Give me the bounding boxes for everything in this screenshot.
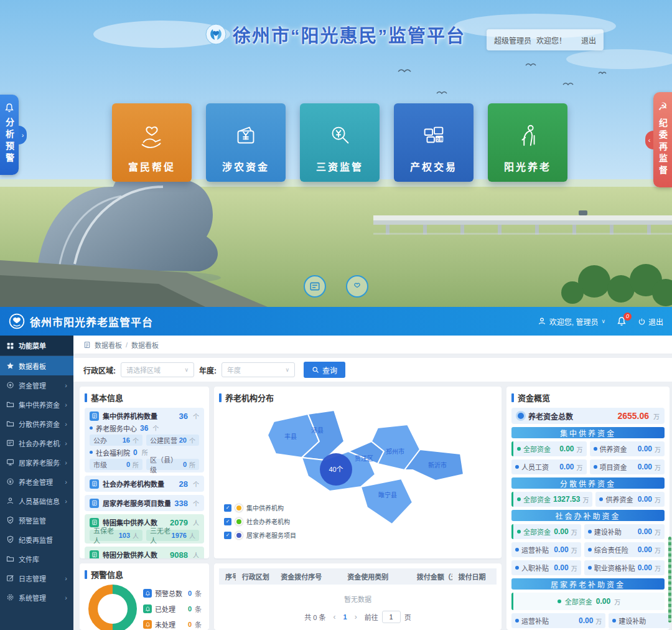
region-label: 睢宁县 [378, 491, 397, 499]
goto-page-input[interactable] [382, 611, 401, 623]
analysis-warning-tab[interactable]: 分析预警 › [0, 95, 19, 175]
portal-hero: 徐州市“阳光惠民”监管平台 超级管理员 欢迎您！ 退出 分析预警 › ☭ 纪委再… [0, 0, 672, 307]
bell-icon [143, 604, 152, 613]
tile-chanquan-jiaoyi[interactable]: 交易 产权交易 [394, 103, 474, 182]
care-heart-fab-button[interactable] [346, 275, 368, 298]
search-yuan-icon [325, 121, 354, 150]
checkbox-checked[interactable]: ✓ [224, 518, 231, 525]
tile-label: 富民帮促 [128, 159, 175, 174]
logout-button[interactable]: 退出 [638, 316, 663, 327]
submenu-arrow-icon: › [65, 478, 67, 486]
legend-home-care[interactable]: ✓ 居家养老服务项目 [224, 530, 296, 540]
current-page-button[interactable]: 1 [343, 613, 347, 621]
id-card-fab-button[interactable] [304, 275, 326, 298]
table-empty-text: 暂无数据 [219, 585, 497, 611]
breadcrumb-separator: / [126, 341, 128, 349]
elder-person-icon [513, 121, 542, 150]
sidebar-item-centralized-fund[interactable]: 集中供养资金 › [0, 395, 73, 414]
region-label: 丰县 [284, 433, 297, 440]
region-label: 新沂市 [428, 461, 447, 469]
sidebar-item-label: 人员基础信息 [19, 496, 60, 506]
checkbox-checked[interactable]: ✓ [224, 504, 231, 512]
sidebar-item-decentralized-fund[interactable]: 分散供养资金 › [0, 414, 73, 433]
user-menu[interactable]: 欢迎您, 管理员 ∨ [538, 316, 605, 327]
sidebar-item-discipline-resupervision[interactable]: 纪委再监督 [0, 530, 73, 549]
sidebar-item-warning-supervision[interactable]: 预警监管 [0, 510, 73, 530]
bell-icon [4, 103, 14, 113]
discipline-supervision-tab[interactable]: ☭ 纪委再监督 ‹ [653, 92, 672, 187]
goto-unit-label: 页 [404, 612, 411, 622]
fund-item: 供养资金0.00万 [590, 441, 665, 456]
fund-overview-panel: 资金概览 养老资金总数 2655.06 万 集中供养资金 全部资金0.00万 供… [506, 387, 670, 630]
portal-title: 徐州市“阳光惠民”监管平台 [233, 21, 465, 47]
fund-total-row: 养老资金总数 2655.06 万 [511, 408, 665, 424]
scrollbar-thumb[interactable] [668, 537, 671, 623]
chevron-down-icon: ∨ [184, 367, 189, 373]
warning-info-panel: 预警信息 预警总数 0 条 [80, 563, 209, 630]
region-label: 邳州市 [386, 448, 404, 455]
year-select[interactable]: 年度 ∨ [222, 362, 295, 377]
sidebar-item-home-care-projects[interactable]: 居家养老服务项目 › [0, 453, 73, 472]
panel-title: 预警信息 [85, 568, 204, 580]
sidebar-item-fund-mgmt[interactable]: 资金管理 › [0, 375, 73, 395]
table-header-row: 序号 行政区划 资金拨付序号 资金使用类别 拨付金额（元） 拨付日期 [219, 568, 497, 585]
doc-icon [90, 550, 99, 559]
sidebar-item-file-library[interactable]: 文件库 [0, 549, 73, 568]
legend-social[interactable]: ✓ 社会办养老机构 [224, 517, 296, 526]
sidebar-item-system-mgmt[interactable]: 系统管理 › [0, 588, 73, 607]
welcome-text: 欢迎您, 管理员 [549, 316, 599, 327]
edit-icon [6, 574, 14, 582]
sidebar-item-data-board[interactable]: 数据看板 [0, 356, 73, 375]
query-button[interactable]: 查询 [304, 362, 345, 378]
sidebar: 功能菜单 数据看板 资金管理 › 集中供养资金 › [0, 336, 73, 630]
heart-hand-icon [138, 121, 166, 150]
sidebar-item-pension-mgmt[interactable]: 养老金管理 › [0, 472, 73, 491]
dashboard-header: 徐州市阳光养老监管平台 欢迎您, 管理员 ∨ 0 退出 [0, 307, 672, 336]
sidebar-item-personnel-info[interactable]: 人员基础信息 › [0, 491, 73, 510]
prev-page-button[interactable]: ‹ [334, 613, 336, 621]
notification-bell-button[interactable]: 0 [617, 316, 627, 326]
col-header: 资金拨付序号 [274, 571, 341, 581]
dashboard-content: 基本信息 集中供养机构数量 36 个 养老服务中心36个 [73, 382, 672, 630]
warning-done-row: 已处理 0 条 [143, 604, 202, 614]
discipline-supervision-label: 纪委再监督 [656, 118, 669, 177]
region-select[interactable]: 请选择区域 ∨ [121, 362, 194, 377]
goto-label: 前往 [365, 612, 378, 622]
doc-icon [90, 499, 99, 508]
main-area: 数据看板 / 数据看板 行政区域: 请选择区域 ∨ 年度: 年度 ∨ [73, 336, 672, 630]
tile-fumin-bangcu[interactable]: 富民帮促 [112, 103, 192, 182]
menu-header-label: 功能菜单 [19, 341, 46, 350]
monitor-icon [6, 458, 14, 466]
legend-centralized[interactable]: ✓ 集中供养机构 [224, 503, 296, 512]
sidebar-item-label: 数据看板 [19, 361, 67, 371]
board-icon [6, 439, 14, 447]
sidebar-item-social-institutions[interactable]: 社会办养老机构 › [0, 433, 73, 453]
next-page-button[interactable]: › [355, 613, 357, 621]
stat-cell: 公建民营20个 [146, 435, 199, 446]
bell-icon [143, 589, 152, 598]
breadcrumb-current: 数据看板 [131, 340, 159, 350]
fund-item: 全部资金0.00万 [511, 441, 587, 456]
id-card-icon [309, 281, 320, 292]
social-institutions-card: 社会办养老机构数量 28 个 [85, 476, 204, 492]
panel-title: 资金概览 [511, 392, 665, 403]
sidebar-item-log-mgmt[interactable]: 日志管理 › [0, 568, 73, 588]
doc-icon [90, 411, 99, 421]
fund-item: 全部资金1327.53万 [511, 492, 592, 507]
sidebar-item-label: 纪委再监督 [19, 535, 67, 545]
checkbox-checked[interactable]: ✓ [224, 532, 231, 539]
panel-title: 养老机构分布 [219, 392, 497, 403]
search-icon [312, 366, 319, 374]
col-header: 行政区划 [236, 571, 274, 581]
breadcrumb-parent[interactable]: 数据看板 [95, 340, 122, 350]
tile-shenong-zijin[interactable]: 涉农资金 [206, 103, 286, 182]
portal-logout-link[interactable]: 退出 [581, 35, 596, 45]
col-header: 拨付日期 [452, 571, 497, 581]
fund-item: 建设补助0.00万 [584, 524, 665, 539]
analysis-warning-label: 分析预警 [3, 118, 16, 165]
tile-sanzi-jianguan[interactable]: 三资监管 [300, 103, 380, 182]
tile-yangguang-yanglao[interactable]: 阳光养老 [488, 103, 567, 182]
fund-item: 建设补助0.00万 [609, 613, 670, 628]
blue-marker-icon [235, 532, 243, 539]
fund-item: 供养资金0.00万 [595, 492, 665, 507]
